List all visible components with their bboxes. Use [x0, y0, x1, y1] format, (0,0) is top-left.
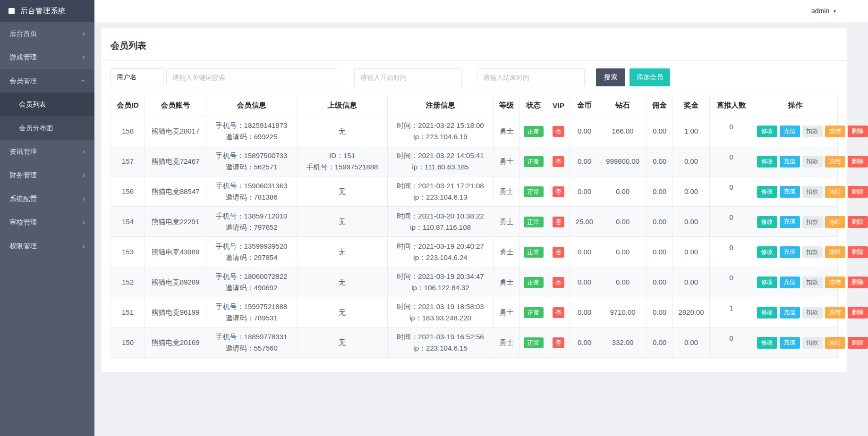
deduct-button[interactable]: 扣款 [802, 246, 823, 258]
delete-button[interactable]: 删除 [848, 337, 868, 349]
delete-button[interactable]: 删除 [848, 186, 868, 198]
cell-bonus: 2820.00 [673, 297, 710, 327]
recharge-button[interactable]: 充值 [780, 186, 800, 198]
cell-bonus: 0.00 [673, 176, 710, 207]
parent-info-line: ID：151 [299, 150, 385, 161]
table-row: 151熊猫电竞96199手机号：15997521888邀请码：789531无时间… [111, 297, 838, 327]
status-badge: 正常 [524, 156, 544, 167]
sidebar-subitem-会员列表[interactable]: 会员列表 [0, 92, 94, 116]
add-member-button[interactable]: 添加会员 [630, 68, 670, 86]
delete-button[interactable]: 删除 [848, 307, 868, 319]
delete-button[interactable]: 删除 [848, 277, 868, 288]
sidebar-item-后台首页[interactable]: 后台首页› [0, 22, 94, 45]
sidebar-item-会员管理[interactable]: 会员管理› [0, 69, 94, 92]
freeze-button[interactable]: 冻结 [825, 126, 845, 137]
parent-info-line: 无 [299, 246, 385, 257]
recharge-button[interactable]: 充值 [780, 216, 800, 228]
recharge-button[interactable]: 充值 [780, 156, 800, 168]
cell-vip: 否 [547, 176, 570, 207]
delete-button[interactable]: 删除 [848, 216, 868, 228]
register-info-line: ip：110.87.116.108 [390, 222, 491, 233]
status-badge: 正常 [524, 186, 544, 197]
deduct-button[interactable]: 扣款 [802, 156, 823, 168]
cell-referrals: 0 [710, 116, 753, 146]
deduct-button[interactable]: 扣款 [802, 216, 823, 228]
cell-member-id: 151 [111, 297, 145, 327]
cell-actions: 修改充值扣款冻结删除 [753, 116, 838, 146]
keyword-input[interactable] [166, 68, 337, 86]
sidebar-subitem-会员分布图[interactable]: 会员分布图 [0, 116, 94, 140]
sidebar-item-label: 游戏管理 [9, 53, 37, 62]
edit-button[interactable]: 修改 [757, 186, 777, 198]
freeze-button[interactable]: 冻结 [825, 186, 845, 198]
column-header-会员ID: 会员ID [111, 95, 145, 116]
field-select[interactable]: 用户名 [111, 68, 163, 86]
cell-vip: 否 [547, 116, 570, 146]
end-time-input[interactable] [477, 68, 585, 86]
sidebar-item-权限管理[interactable]: 权限管理› [0, 234, 94, 258]
delete-button[interactable]: 删除 [848, 156, 868, 168]
sidebar-item-游戏管理[interactable]: 游戏管理› [0, 45, 94, 69]
deduct-button[interactable]: 扣款 [802, 337, 823, 349]
cell-status: 正常 [520, 146, 547, 176]
sidebar-item-审核管理[interactable]: 审核管理› [0, 210, 94, 234]
table-row: 153熊猫电竞43989手机号：13599939520邀请码：297854无时间… [111, 237, 838, 267]
freeze-button[interactable]: 冻结 [825, 337, 845, 349]
cell-gold: 0.00 [570, 146, 599, 176]
cell-level: 勇士 [494, 146, 520, 176]
sidebar-item-财务管理[interactable]: 财务管理› [0, 163, 94, 187]
user-dropdown[interactable]: admin ▼ [811, 7, 837, 15]
cell-referrals: 1 [710, 297, 753, 327]
edit-button[interactable]: 修改 [757, 337, 777, 349]
sidebar-item-系统配置[interactable]: 系统配置› [0, 187, 94, 210]
deduct-button[interactable]: 扣款 [802, 186, 823, 198]
column-header-钻石: 钻石 [599, 95, 647, 116]
recharge-button[interactable]: 充值 [780, 337, 800, 349]
member-info-line: 手机号：18259141973 [209, 120, 294, 131]
sidebar-item-label: 会员管理 [9, 76, 37, 85]
member-info-line: 手机号：13599939520 [209, 241, 294, 252]
cell-commission: 0.00 [647, 327, 673, 358]
cell-account: 熊猫电竞20169 [145, 327, 206, 358]
cell-vip: 否 [547, 237, 570, 267]
recharge-button[interactable]: 充值 [780, 277, 800, 288]
edit-button[interactable]: 修改 [757, 277, 777, 288]
freeze-button[interactable]: 冻结 [825, 246, 845, 258]
freeze-button[interactable]: 冻结 [825, 156, 845, 168]
freeze-button[interactable]: 冻结 [825, 277, 845, 288]
start-time-input[interactable] [354, 68, 462, 86]
parent-info-line: 无 [299, 126, 385, 136]
cell-account: 熊猫电竞96199 [145, 297, 206, 327]
edit-button[interactable]: 修改 [757, 126, 777, 137]
recharge-button[interactable]: 充值 [780, 126, 800, 137]
cell-member-info: 手机号：13599939520邀请码：297854 [206, 237, 297, 267]
sidebar-item-label: 权限管理 [9, 242, 37, 251]
cell-diamond: 999800.00 [599, 146, 647, 176]
cell-account: 熊猫电竞88547 [145, 176, 206, 207]
edit-button[interactable]: 修改 [757, 307, 777, 319]
member-info-line: 邀请码：297854 [209, 252, 294, 263]
status-badge: 正常 [524, 126, 544, 137]
delete-button[interactable]: 删除 [848, 126, 868, 137]
freeze-button[interactable]: 冻结 [825, 307, 845, 319]
search-button[interactable]: 搜索 [596, 68, 625, 86]
sidebar-item-资讯管理[interactable]: 资讯管理› [0, 140, 94, 163]
delete-button[interactable]: 删除 [848, 246, 868, 258]
edit-button[interactable]: 修改 [757, 246, 777, 258]
cell-level: 勇士 [494, 116, 520, 146]
parent-info-line: 无 [299, 216, 385, 227]
deduct-button[interactable]: 扣款 [802, 307, 823, 319]
freeze-button[interactable]: 冻结 [825, 216, 845, 228]
edit-button[interactable]: 修改 [757, 156, 777, 168]
edit-button[interactable]: 修改 [757, 216, 777, 228]
cell-gold: 25.00 [570, 207, 599, 237]
cell-vip: 否 [547, 267, 570, 297]
recharge-button[interactable]: 充值 [780, 246, 800, 258]
cell-member-info: 手机号：15997521888邀请码：789531 [206, 297, 297, 327]
cell-referrals: 0 [710, 237, 753, 267]
cell-commission: 0.00 [647, 207, 673, 237]
deduct-button[interactable]: 扣款 [802, 277, 823, 288]
recharge-button[interactable]: 充值 [780, 307, 800, 319]
cell-vip: 否 [547, 327, 570, 358]
deduct-button[interactable]: 扣款 [802, 126, 823, 137]
